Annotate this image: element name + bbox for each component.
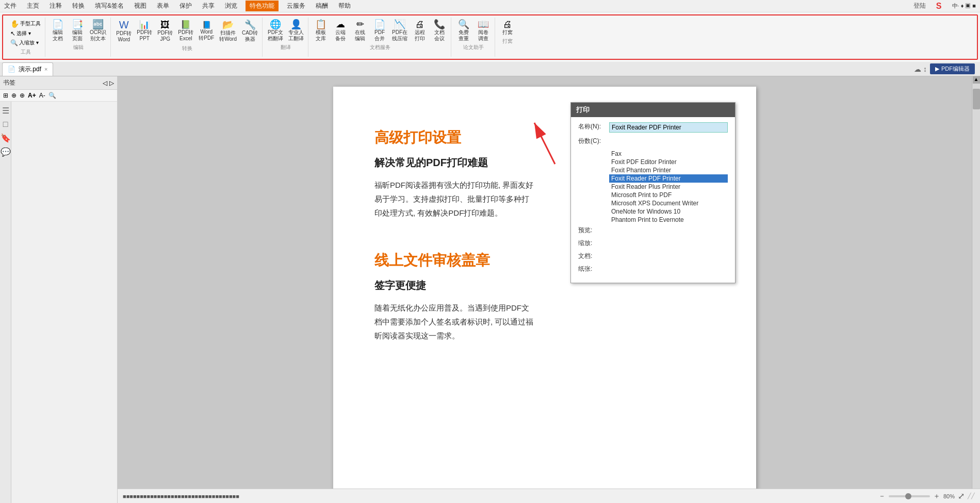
print-options-list: Fax Foxit PDF Editor Printer Foxit Phant… [609, 150, 728, 224]
edit-page-label: 编辑页面 [72, 29, 83, 42]
print-row-paper: 纸张: [578, 265, 728, 273]
pdf-translate-btn[interactable]: 🌐 PDF文档翻译 [266, 19, 285, 43]
sidebar-nav-icon-2[interactable]: □ [3, 120, 8, 129]
menu-item-convert[interactable]: 转换 [70, 1, 87, 11]
edit-doc-icon: 📄 [52, 20, 63, 29]
sidebar-content: ☰ □ 🔖 💬 [0, 102, 117, 503]
menu-item-special[interactable]: 特色功能 [246, 1, 279, 11]
human-translate-btn[interactable]: 👤 专业人工翻译 [286, 19, 306, 43]
print-dialog-illustration: 打印 名称(N): Foxit Reader PDF Printer 份数(C)… [550, 133, 715, 240]
pdf-to-word-btn[interactable]: W PDF转Word [114, 19, 134, 44]
tab-close-btn[interactable]: × [44, 66, 47, 72]
cad-btn[interactable]: 🔧 CAD转换器 [240, 19, 260, 44]
menu-item-protect[interactable]: 保护 [177, 1, 194, 11]
menu-item-browse[interactable]: 浏览 [223, 1, 239, 11]
convert-group: W PDF转Word 📊 PDF转PPT 🖼 PDF转JPG 📗 PDF转Exc… [112, 18, 263, 57]
sidebar-nav-icon-3[interactable]: 🔖 [1, 133, 11, 143]
online-edit-icon: ✏ [356, 20, 364, 29]
section1-container: 高级打印设置 解决常见的PDF打印难题 福昕PDF阅读器拥有强大的打印功能, 界… [374, 128, 715, 240]
hand-tool-btn[interactable]: ✋ 手型工具 [8, 19, 43, 29]
online-edit-btn[interactable]: ✏ 在线编辑 [351, 19, 369, 43]
pdf-compress-btn[interactable]: 📉 PDF在线压缩 [390, 19, 410, 43]
pdf-editor-button[interactable]: ▶ PDF编辑器 [930, 63, 975, 74]
pdf-to-ppt-btn[interactable]: 📊 PDF转PPT [135, 19, 154, 44]
scrollbar-right[interactable]: ▲ ▼ [972, 76, 980, 503]
sidebar-nav-icon-4[interactable]: 💬 [1, 147, 11, 157]
print-dialog: 打印 名称(N): Foxit Reader PDF Printer 份数(C)… [570, 102, 736, 283]
doc-meeting-btn[interactable]: 📞 文档会议 [430, 19, 449, 43]
sidebar-icon-expand[interactable]: ⊞ [3, 92, 8, 99]
menu-item-annotation[interactable]: 注释 [47, 1, 64, 11]
scan-to-word-btn[interactable]: 📂 扫描件转Word [217, 19, 239, 44]
free-check-btn[interactable]: 🔍 免费查重 [454, 19, 473, 43]
pdf-excel-icon: 📗 [181, 21, 191, 29]
remote-print-btn[interactable]: 🖨 远程打印 [411, 19, 429, 43]
sidebar-collapse-btn[interactable]: ◁ [103, 79, 107, 87]
section2-subtitle: 签字更便捷 [374, 279, 534, 293]
scroll-up-btn[interactable]: ▲ [973, 76, 980, 84]
menu-bar: 文件 主页 注释 转换 填写&签名 视图 表单 保护 共享 浏览 特色功能 云服… [0, 0, 980, 12]
sidebar-icon-add1[interactable]: ⊕ [11, 92, 17, 99]
ocr-btn[interactable]: 🔤 OCR识别文本 [88, 19, 108, 43]
menu-item-view[interactable]: 视图 [132, 1, 149, 11]
sidebar-nav: ☰ □ 🔖 💬 [0, 102, 11, 503]
human-translate-icon: 👤 [290, 20, 302, 29]
pdf-area: 高级打印设置 解决常见的PDF打印难题 福昕PDF阅读器拥有强大的打印功能, 界… [118, 76, 972, 503]
pdf-tab[interactable]: 📄 演示.pdf × [2, 62, 53, 76]
zoom-tool-btn[interactable]: 🔍 入缩放 ▾ [8, 38, 43, 47]
login-label[interactable]: 登陆 [911, 1, 928, 11]
print-input-name[interactable]: Foxit Reader PDF Printer [609, 122, 728, 133]
menu-item-home[interactable]: 主页 [25, 1, 41, 11]
pdf-compress-icon: 📉 [394, 20, 405, 29]
pdf-word-label: PDF转Word [116, 30, 132, 43]
sidebar-icon-font-down[interactable]: A- [39, 92, 45, 99]
online-edit-label: 在线编辑 [355, 29, 365, 42]
sidebar-nav-icon-1[interactable]: ☰ [2, 106, 9, 116]
print-option-foxit-reader[interactable]: Foxit Reader PDF Printer [609, 174, 728, 183]
edit-page-btn[interactable]: 📑 编辑页面 [68, 19, 87, 43]
pdf-merge-icon: 📄 [374, 20, 385, 29]
hand-icon: ✋ [10, 20, 19, 28]
zoom-minus-btn[interactable]: － [878, 492, 886, 501]
zoom-thumb[interactable] [905, 493, 911, 499]
survey-btn[interactable]: 📖 阅卷调查 [474, 19, 493, 43]
edit-doc-btn[interactable]: 📄 编辑文档 [48, 19, 67, 43]
menu-item-help[interactable]: 帮助 [336, 1, 353, 11]
pdf-tab-name: 演示.pdf [19, 65, 41, 74]
sidebar-icon-search[interactable]: 🔍 [48, 92, 56, 99]
menu-item-share[interactable]: 共享 [200, 1, 217, 11]
print-row-name: 名称(N): Foxit Reader PDF Printer [578, 122, 728, 133]
print-option-ms-xps: Microsoft XPS Document Writer [609, 199, 728, 207]
pdf-to-jpg-btn[interactable]: 🖼 PDF转JPG [155, 19, 175, 44]
paper-assistant-group: 🔍 免费查重 📖 阅卷调查 论文助手 [452, 18, 495, 57]
cloud-backup-btn[interactable]: ☁ 云端备份 [331, 19, 350, 43]
select-tool-btn[interactable]: ↖ 选择 ▾ [8, 29, 43, 38]
pdf-editor-arrow-icon: ▶ [935, 66, 939, 72]
tools-group-label: 工具 [21, 48, 31, 56]
print-value-name: Foxit Reader PDF Printer [609, 122, 728, 133]
edit-group: 📄 编辑文档 📑 编辑页面 🔤 OCR识别文本 编辑 [46, 18, 111, 57]
scroll-thumb[interactable] [973, 89, 980, 109]
pdf-page: 高级打印设置 解决常见的PDF打印难题 福昕PDF阅读器拥有强大的打印功能, 界… [333, 87, 756, 503]
sidebar-icon-font-up[interactable]: A+ [28, 92, 36, 99]
cad-icon: 🔧 [244, 20, 256, 29]
menu-item-sign[interactable]: 填写&签名 [93, 1, 126, 11]
tab-bar: 📄 演示.pdf × ☁ ↕ ▶ PDF编辑器 [0, 62, 980, 76]
menu-item-file[interactable]: 文件 [2, 1, 19, 11]
menu-item-cloud[interactable]: 云服务 [285, 1, 307, 11]
print-dialog-body: 名称(N): Foxit Reader PDF Printer 份数(C): [571, 117, 735, 283]
sidebar-expand-btn[interactable]: ▷ [109, 79, 114, 87]
sidebar-icon-add2[interactable]: ⊕ [20, 92, 25, 99]
template-btn[interactable]: 📋 模板文库 [312, 19, 330, 43]
pdf-merge-btn[interactable]: 📄 PDF合并 [370, 19, 389, 43]
expand-btn[interactable]: ⤢ [958, 491, 965, 501]
zoom-plus-btn[interactable]: ＋ [933, 492, 940, 501]
menu-item-form[interactable]: 表单 [155, 1, 171, 11]
word-to-pdf-btn[interactable]: 📘 Word转PDF [197, 19, 216, 44]
print-btn[interactable]: 🖨 打窝 [498, 19, 517, 37]
pdf-to-excel-btn[interactable]: 📗 PDF转Excel [176, 19, 195, 44]
zoom-slider[interactable] [889, 495, 930, 497]
menu-item-fee[interactable]: 稿酬 [314, 1, 330, 11]
print-icon: 🖨 [503, 20, 512, 29]
print-option-ms-pdf: Microsoft Print to PDF [609, 191, 728, 199]
